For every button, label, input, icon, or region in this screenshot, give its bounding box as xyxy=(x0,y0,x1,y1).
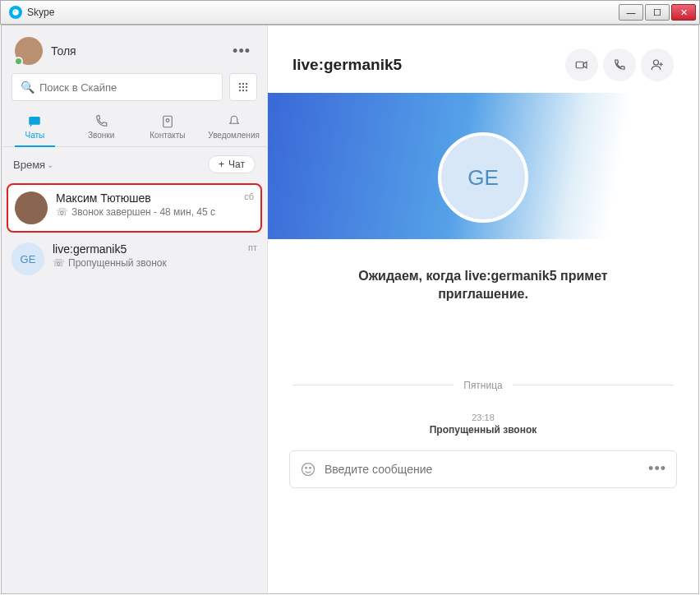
tab-label: Контакты xyxy=(150,131,185,140)
header-actions xyxy=(565,48,674,81)
chat-time: сб xyxy=(244,191,254,205)
svg-point-16 xyxy=(310,467,311,468)
missed-call-time: 23:18 xyxy=(268,413,698,422)
profile-name[interactable]: Толя xyxy=(51,44,76,58)
filter-row: Время ⌄ + Чат xyxy=(2,147,267,182)
contact-name: Максим Тютюшев xyxy=(56,191,151,205)
svg-point-11 xyxy=(166,119,169,122)
chat-list: Максим Тютюшев сб ☏ Звонок завершен - 48… xyxy=(2,182,267,593)
window-title: Skype xyxy=(27,7,54,18)
tab-label: Звонки xyxy=(88,131,114,140)
profile-row: Толя ••• xyxy=(2,25,267,73)
window-controls: — ☐ ✕ xyxy=(619,4,696,21)
tab-chats[interactable]: Чаты xyxy=(2,109,68,146)
chat-item-germanik[interactable]: GE live:germanik5 пт ☏ Пропущенный звоно… xyxy=(2,234,267,284)
presence-dot xyxy=(14,57,23,66)
maximize-button[interactable]: ☐ xyxy=(645,4,670,21)
tab-label: Чаты xyxy=(25,131,44,140)
tab-calls[interactable]: Звонки xyxy=(68,109,135,146)
composer-more-icon[interactable]: ••• xyxy=(648,460,666,477)
video-call-button[interactable] xyxy=(565,48,598,81)
conversation-title: live:germanik5 xyxy=(292,56,402,74)
svg-point-13 xyxy=(654,60,659,65)
tab-notifications[interactable]: Уведомления xyxy=(200,109,267,146)
chevron-down-icon: ⌄ xyxy=(47,160,53,169)
chat-icon xyxy=(27,114,42,129)
sidebar: Толя ••• 🔍 Чаты Звонки xyxy=(2,25,268,593)
svg-point-4 xyxy=(242,86,244,88)
contact-name: live:germanik5 xyxy=(53,242,127,256)
search-input[interactable] xyxy=(39,81,214,94)
dialpad-button[interactable] xyxy=(229,73,257,101)
app-body: Толя ••• 🔍 Чаты Звонки xyxy=(1,25,699,594)
chat-item-body: Максим Тютюшев сб ☏ Звонок завершен - 48… xyxy=(56,191,254,224)
tab-contacts[interactable]: Контакты xyxy=(135,109,201,146)
svg-point-14 xyxy=(302,463,315,475)
search-icon: 🔍 xyxy=(21,81,35,94)
search-box[interactable]: 🔍 xyxy=(12,73,223,101)
avatar[interactable] xyxy=(15,37,43,65)
minimize-button[interactable]: — xyxy=(619,4,643,21)
close-button[interactable]: ✕ xyxy=(671,4,696,21)
emoji-icon xyxy=(300,461,316,477)
svg-point-3 xyxy=(239,86,241,88)
missed-call-icon: ☏ xyxy=(53,257,65,269)
svg-rect-12 xyxy=(576,62,583,68)
tab-label: Уведомления xyxy=(208,131,260,140)
bell-icon xyxy=(227,114,242,129)
video-icon xyxy=(574,58,589,72)
profile-banner: GE xyxy=(268,93,698,239)
call-icon: ☏ xyxy=(56,206,68,218)
add-contact-button[interactable] xyxy=(641,48,674,81)
phone-icon xyxy=(612,58,627,72)
profile-more-icon[interactable]: ••• xyxy=(229,39,254,63)
missed-call-label: Пропущенный звонок xyxy=(268,424,698,436)
chat-time: пт xyxy=(248,242,257,256)
chat-subtitle: Звонок завершен - 48 мин, 45 с xyxy=(71,206,215,218)
svg-point-0 xyxy=(239,83,241,85)
conversation-pane: live:germanik5 GE Ожидаем, когда live:ge xyxy=(268,25,698,593)
svg-point-5 xyxy=(246,86,247,88)
chat-item-maxim[interactable]: Максим Тютюшев сб ☏ Звонок завершен - 48… xyxy=(7,183,262,233)
new-chat-button[interactable]: + Чат xyxy=(208,155,256,173)
message-input[interactable] xyxy=(325,463,640,476)
phone-icon xyxy=(94,114,108,129)
chat-item-body: live:germanik5 пт ☏ Пропущенный звонок xyxy=(53,242,257,275)
contact-avatar: GE xyxy=(12,242,44,275)
plus-icon: + xyxy=(219,159,224,170)
emoji-button[interactable] xyxy=(300,461,316,477)
filter-dropdown[interactable]: Время ⌄ xyxy=(13,159,53,171)
svg-point-15 xyxy=(306,467,307,468)
date-divider: Пятница xyxy=(268,380,698,399)
message-composer: ••• xyxy=(289,450,677,488)
nav-tabs: Чаты Звонки Контакты Уведомления xyxy=(2,109,267,147)
skype-icon xyxy=(9,6,22,19)
search-row: 🔍 xyxy=(2,73,267,109)
message-area: Пятница 23:18 Пропущенный звонок xyxy=(268,380,698,436)
add-user-icon xyxy=(650,58,665,72)
svg-point-8 xyxy=(246,90,247,91)
contacts-icon xyxy=(160,114,175,129)
svg-point-1 xyxy=(242,83,244,85)
banner-avatar: GE xyxy=(438,132,528,223)
conversation-header: live:germanik5 xyxy=(268,25,698,93)
skype-window: Skype — ☐ ✕ Толя ••• 🔍 xyxy=(0,0,700,595)
svg-point-6 xyxy=(239,90,241,91)
svg-point-7 xyxy=(242,90,244,91)
chat-subtitle: Пропущенный звонок xyxy=(68,257,167,269)
waiting-message: Ожидаем, когда live:germanik5 примет при… xyxy=(268,239,698,321)
contact-avatar xyxy=(15,191,48,224)
svg-rect-9 xyxy=(30,117,41,125)
audio-call-button[interactable] xyxy=(603,48,636,81)
svg-point-2 xyxy=(246,83,247,85)
titlebar: Skype — ☐ ✕ xyxy=(0,0,700,25)
